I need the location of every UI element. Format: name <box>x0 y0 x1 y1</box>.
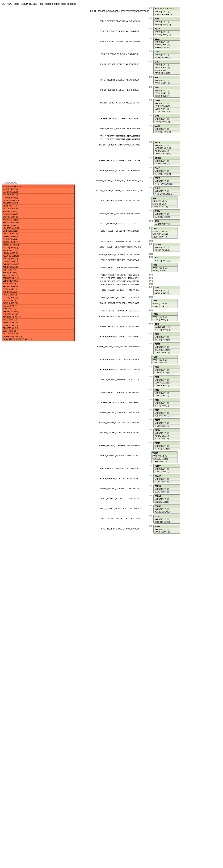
relation-label: PSHLP_RESBBT_ST:LGORT = T001L-LGORT <box>90 227 149 232</box>
relation-right: 1T024EMANDT [CLNT (3)]EKORG [CHAR (4)] <box>149 312 205 321</box>
target-table: T024MANDT [CLNT (3)]EKGRP [CHAR (3)] <box>151 299 178 308</box>
relation-row: PSHLP_RESBBT_ST:OBJNR = ONR00-OBJNR0..NO… <box>0 156 223 165</box>
target-table-header: PURG <box>154 187 180 190</box>
relation-label: PSHLP_RESBBT_ST:BNFPO = EBAN-BNFPO <box>90 37 149 42</box>
relation-label: PSHLP_RESBBT_ST:GSBER = TGSB-GSBER <box>90 515 149 520</box>
cardinality-label: [0,1] <box>149 280 153 282</box>
main-table-field: DBSKZ [CHAR (1)] <box>2 327 74 330</box>
target-table-field: FLGAT [CHAR (1)] <box>154 480 180 483</box>
cardinality-label: 0..N <box>149 99 152 101</box>
relation-label: PSHLP_RESBBT_ST:EKORG = T024E-EKORG <box>90 312 149 317</box>
cardinality-label: 1 <box>149 227 150 229</box>
target-table-field: MANDT [CLNT (3)] <box>154 498 180 501</box>
main-table-field: ZEINH [UNIT (3)] <box>2 282 74 285</box>
main-table-field: FUNCT [CHAR (3)] <box>2 313 74 316</box>
main-table-field: PRREG [CHAR (2)] <box>2 285 74 288</box>
main-table-field: EBELP [NUMC (5)] <box>2 280 74 282</box>
target-table-field: ADVCODE [CHAR (2)] <box>154 13 180 16</box>
cardinality-label: 1 <box>149 355 150 358</box>
relation-right: 1T006MANDT [CLNT (3)]MSEHI [UNIT (3)] <box>149 263 205 272</box>
target-table-field: EBELN [CHAR (10)] <box>154 92 180 95</box>
relation-label: PSHLP_RESBBT_ST:HB_GRUND = T157D-GRUND <box>90 342 149 347</box>
relation-right: 0..NAENRMANDT [CLNT (3)]AENNR [CHAR (12)… <box>149 17 205 26</box>
cardinality-label: 0..N <box>149 7 152 9</box>
target-table: T418MANDT [CLNT (3)]POSTP [CHAR (1)] <box>153 408 180 417</box>
target-table-field: MANDT [CLNT (3)] <box>154 392 180 395</box>
target-table-field: BWART [CHAR (3)] <box>154 339 180 341</box>
main-table-field: SPENR [CHAR (10)] <box>2 310 74 313</box>
relation-label: PSHLP_RESBBT_ST:BAUGR = MARA-MATNR <box>90 124 149 129</box>
main-table-header: PSHLP_RESBBT_ST <box>2 185 74 188</box>
target-table-header: T157D <box>154 342 180 346</box>
target-table-field: MANDT [CLNT (3)] <box>154 223 180 225</box>
target-table-header: T023 <box>154 286 180 289</box>
target-table-field: WERKS [CHAR (4)] <box>152 233 178 236</box>
relation-row: PSHLP_RESBBT_ST:BEIKZ = T417-BEIKZ0..NT4… <box>0 398 223 407</box>
relation-right: 1T001LMANDT [CLNT (3)]WERKS [CHAR (4)]LG… <box>149 227 205 239</box>
target-table-field: MANDT [CLNT (3)] <box>154 128 180 130</box>
target-table-field: MATNR [CHAR (18)] <box>154 130 180 133</box>
cardinality-label: 0..N <box>149 366 152 368</box>
target-table-field: MANDT [CLNT (3)] <box>154 422 180 425</box>
relation-label: PSHLP_RESBBT_ST:MANDT = T000-MANDT <box>90 219 149 225</box>
target-table-header: SNUM <box>154 210 180 213</box>
target-table-field: LIFNR [CHAR (10)] <box>154 121 180 123</box>
target-table: T002SPRAS [LANG (1)] <box>154 256 180 262</box>
relation-label: PSHLP_RESBBT_ST:ZEINH = T023-MATKL <box>90 286 149 291</box>
relation-label: PSHLP_RESBBT_ST:INFNR = EINA-INFNR <box>90 50 149 55</box>
target-table-field: PLNUM [CHAR (10)] <box>154 173 180 175</box>
cardinality-label: 0..N <box>149 475 152 476</box>
target-table-field: MANDT [CLNT (3)] <box>154 10 180 13</box>
relation-label: PSHLP_RESBBT_ST:EKGRP = T024-EKGRP <box>90 299 149 304</box>
target-table-header: EBAN <box>154 37 180 41</box>
target-table-field: FUNCT [CHAR (3)] <box>154 470 180 473</box>
target-table-field: EBELN [CHAR (10)] <box>154 82 180 85</box>
main-table-field: MATNR [CHAR (18)] <box>2 191 74 193</box>
target-table-field: MANDT [CLNT (3)] <box>154 379 180 381</box>
cardinality-label: 1 <box>149 299 150 301</box>
target-table-header: T001W <box>154 243 180 246</box>
target-table-field: AENNR [CHAR (12)] <box>154 23 180 26</box>
main-table-field: INFNR [CHAR (10)] <box>2 302 74 305</box>
main-table-field: ZEINH [UNIT (3)] <box>2 330 74 333</box>
target-table-field: LGTYP [CHAR (3)] <box>154 107 180 111</box>
relation-right: 0..NT023MANDT [CLNT (3)]MATKL [CHAR (9)] <box>149 286 205 295</box>
relation-right: 0..NTCURCMANDT [CLNT (3)]WAERS [CUKY (5)… <box>149 504 205 514</box>
target-table-header: LFA1 <box>154 115 180 118</box>
target-table-header: T156 <box>154 333 180 336</box>
main-table-field: POSTP [CHAR (1)] <box>2 246 74 249</box>
relation-label: PSHLP_RESBBT_ST:BEIKZ = T417-BEIKZ <box>90 398 149 403</box>
main-table-field: ERSKZ [CHAR (1)] <box>2 274 74 277</box>
cardinality-label: 0..N <box>149 177 152 179</box>
relation-row: PSHLP_RESBBT_ST:LGPLA = LAGP-LGPLA0..NLA… <box>0 99 223 113</box>
target-table-header: TCNMF <box>154 495 180 498</box>
relation-right: [0,1] <box>149 309 205 311</box>
target-table-field: MANDT [CLNT (3)] <box>154 21 180 23</box>
relation-row: PSHLP_RESBBT_ST:ERSKZ = T413-ERSKZ0..NT4… <box>0 388 223 397</box>
target-table-header: T418 <box>154 408 180 412</box>
target-table-field: BANFN [CHAR (10)] <box>154 43 180 46</box>
target-table-field: MATKL [CHAR (9)] <box>154 292 180 294</box>
target-table: T460AMANDT [CLNT (3)]WERKS [CHAR (4)]SOB… <box>151 452 178 463</box>
target-table-field: MANDT [CLNT (3)] <box>152 455 178 458</box>
relation-label: PSHLP_RESBBT_ST:AUFNR = AUFK-AUFNR <box>90 27 149 32</box>
target-table-field: MANDT [CLNT (3)] <box>154 528 180 531</box>
relation-label: PSHLP_RESBBT_ST:OBJNR = ONR00-OBJNR <box>90 156 149 161</box>
main-table-field: MATKL [CHAR (9)] <box>2 305 74 307</box>
relation-row: PSHLP_RESBBT_ST:AENNR = AENR-AENNR0..NAE… <box>0 17 223 26</box>
relation-right: [0,1] <box>149 279 205 282</box>
target-table-field: MANDT [CLNT (3)] <box>152 316 178 318</box>
main-table-field: BNFPO [NUMC (5)] <box>2 216 74 219</box>
relation-right: 1T460AMANDT [CLNT (3)]WERKS [CHAR (4)]SO… <box>149 452 205 463</box>
main-table-field: SPRAS [LANG (1)] <box>2 257 74 260</box>
target-table-field: MANDT [CLNT (3)] <box>154 289 180 292</box>
relation-label: PSHLP_RESBBT_ST:AENNR = AENR-AENNR <box>90 17 149 22</box>
target-table-field: GRUND [NUMC (4)] <box>154 351 180 354</box>
target-table-field: SELKZ [CHAR (1)] <box>154 491 180 493</box>
target-table-field: MANDT [CLNT (3)] <box>154 31 180 33</box>
main-table-field: GPREIS [CURR (15)] <box>2 241 74 244</box>
target-table-field: MANDT [CLNT (3)] <box>154 160 180 162</box>
relation-label: PSHLP_RESBBT_ST:LGTYP = T301-LGTYP <box>90 375 149 380</box>
cardinality-label: 0..N <box>149 495 152 497</box>
relation-right: 1T024MANDT [CLNT (3)]EKGRP [CHAR (3)] <box>149 299 205 308</box>
